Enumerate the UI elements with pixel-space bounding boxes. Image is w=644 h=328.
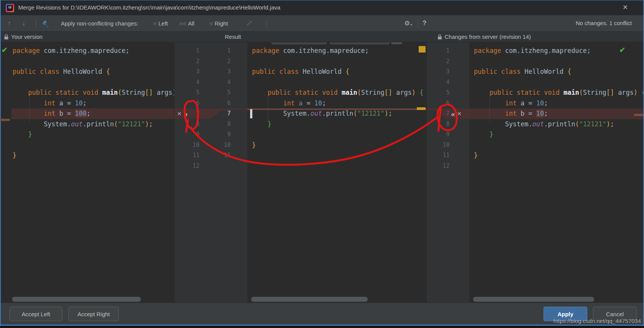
code-line: System.out.println("12121"); bbox=[247, 108, 426, 119]
code-line: package com.itzheng.mapreduce; bbox=[1, 46, 174, 56]
accept-left-button[interactable]: Accept Left bbox=[10, 307, 62, 321]
left-result-gutter: 123456789101112 1234567891011 ✕ » bbox=[174, 42, 248, 303]
window-shadow bbox=[0, 326, 644, 328]
line-number: 7 bbox=[208, 108, 231, 119]
result-pane-header: Result bbox=[206, 32, 260, 42]
left-stripe-conflict-mark[interactable] bbox=[0, 119, 10, 121]
result-editor-pane[interactable]: package com.itzheng.mapreduce;public cla… bbox=[247, 42, 426, 303]
change-stripe-marker bbox=[419, 46, 426, 53]
chevrons-both-icon: »« bbox=[179, 19, 187, 27]
lock-icon bbox=[438, 34, 442, 40]
line-number: 2 bbox=[208, 56, 231, 67]
code-line bbox=[247, 150, 426, 161]
code-line bbox=[469, 161, 643, 172]
apply-all-changes-button[interactable] bbox=[41, 15, 49, 31]
lock-icon bbox=[4, 34, 8, 40]
code-line: public static void main(String[] args) { bbox=[247, 88, 426, 98]
apply-all-button[interactable]: »« All bbox=[179, 15, 194, 31]
code-line bbox=[1, 140, 174, 151]
line-number: 3 bbox=[208, 67, 231, 77]
conflict-actions-left: ✕ » bbox=[177, 108, 188, 119]
horizontal-scrollbar[interactable] bbox=[473, 297, 594, 302]
right-pane-header: Changes from server (revision 14) bbox=[438, 32, 531, 42]
line-number: 12 bbox=[174, 161, 199, 172]
line-number: 11 bbox=[174, 150, 199, 161]
left-editor-pane[interactable]: ✔ package com.itzheng.mapreduce;public c… bbox=[1, 42, 174, 303]
code-line: public class HelloWorld { bbox=[247, 67, 426, 77]
line-number: 9 bbox=[174, 129, 199, 140]
code-line: public static void main(String[] args) { bbox=[469, 88, 643, 98]
code-line bbox=[1, 77, 174, 88]
magic-resolve-button[interactable] bbox=[245, 15, 253, 31]
chevron-left-icon: « bbox=[209, 19, 213, 27]
conflict-stripe-marker bbox=[417, 107, 426, 110]
ignore-change-icon[interactable]: ✕ bbox=[457, 110, 462, 117]
toolbar-separator bbox=[36, 19, 36, 27]
code-line: } bbox=[469, 150, 643, 161]
code-line bbox=[247, 77, 426, 88]
code-line: int a = 10; bbox=[1, 98, 174, 109]
right-editor-pane[interactable]: ✔ package com.itzheng.mapreduce;public c… bbox=[469, 42, 643, 303]
line-number: 3 bbox=[427, 67, 450, 77]
help-button[interactable]: ? bbox=[422, 19, 426, 27]
line-number: 8 bbox=[427, 119, 450, 130]
line-number: 7 bbox=[427, 108, 450, 119]
merge-toolbar: ↑ ↓ Apply non-conflicting changes: » Lef… bbox=[1, 15, 643, 32]
next-change-button[interactable]: ↓ bbox=[22, 19, 26, 27]
code-line bbox=[469, 77, 643, 88]
toolbar-separator bbox=[418, 19, 418, 27]
window-close-button[interactable]: ✕ bbox=[623, 3, 628, 11]
apply-left-button[interactable]: » Left bbox=[153, 15, 168, 31]
code-line: System.out.println("12121"); bbox=[1, 119, 174, 130]
toolbar-separator bbox=[266, 19, 267, 27]
merge-dialog-window: IJ Merge Revisions for D:\IDEAWORK\com.i… bbox=[0, 0, 644, 328]
line-number: 4 bbox=[174, 77, 199, 88]
code-line: } bbox=[247, 140, 426, 151]
line-number: 11 bbox=[208, 150, 231, 161]
pane-header-strip: Your version Result Changes from server … bbox=[1, 32, 643, 42]
result-line-numbers: 1234567891011 bbox=[208, 46, 231, 161]
apply-right-button[interactable]: « Right bbox=[209, 15, 228, 31]
ignore-change-icon[interactable]: ✕ bbox=[177, 110, 182, 117]
horizontal-scrollbar[interactable] bbox=[12, 297, 141, 302]
accept-right-button[interactable]: Accept Right bbox=[69, 307, 119, 321]
line-number: 2 bbox=[174, 56, 199, 67]
left-pane-header: Your version bbox=[4, 32, 43, 42]
apply-all-arrows-icon bbox=[41, 19, 49, 27]
change-status-text: No changes. 1 conflict bbox=[575, 20, 632, 26]
line-number: 4 bbox=[208, 77, 231, 88]
gear-icon: ⚙ bbox=[404, 19, 410, 27]
right-stripe-conflict-mark[interactable] bbox=[634, 114, 643, 116]
code-line: } bbox=[247, 119, 426, 130]
right-line-numbers: 123456789101112 bbox=[427, 46, 450, 171]
apply-nonconflicting-label: Apply non-conflicting changes: bbox=[61, 20, 138, 27]
conflict-actions-right: « ✕ bbox=[451, 108, 462, 119]
line-number: 9 bbox=[427, 129, 450, 140]
apply-change-left-icon[interactable]: « bbox=[451, 110, 455, 118]
horizontal-scrollbar[interactable] bbox=[251, 297, 368, 302]
window-border bbox=[0, 0, 1, 326]
right-pane-title: Changes from server (revision 14) bbox=[445, 33, 531, 40]
chevron-right-icon: » bbox=[153, 19, 157, 27]
line-number: 6 bbox=[208, 98, 231, 109]
line-number: 2 bbox=[427, 56, 450, 67]
merge-editors: ✔ package com.itzheng.mapreduce;public c… bbox=[1, 42, 643, 303]
left-pane-title: Your version bbox=[11, 33, 43, 40]
apply-change-right-icon[interactable]: » bbox=[184, 110, 188, 118]
settings-button[interactable]: ⚙ ▾ bbox=[404, 15, 412, 31]
line-number: 1 bbox=[208, 46, 231, 56]
code-line bbox=[469, 56, 643, 67]
csdn-watermark: https://blog.csdn.net/qq_44757034 bbox=[553, 318, 641, 324]
code-line bbox=[1, 161, 174, 172]
code-line: } bbox=[469, 129, 643, 140]
chevron-down-icon: ▾ bbox=[410, 23, 412, 27]
text-caret bbox=[250, 109, 252, 118]
intellij-logo-icon: IJ bbox=[6, 4, 14, 12]
line-number: 8 bbox=[174, 119, 199, 130]
check-mark-icon: ✔ bbox=[2, 46, 8, 54]
code-line: package com.itzheng.mapreduce; bbox=[469, 46, 643, 56]
code-line bbox=[1, 56, 174, 67]
previous-change-button[interactable]: ↑ bbox=[8, 19, 11, 27]
line-number: 4 bbox=[427, 77, 450, 88]
line-number: 3 bbox=[174, 67, 199, 77]
